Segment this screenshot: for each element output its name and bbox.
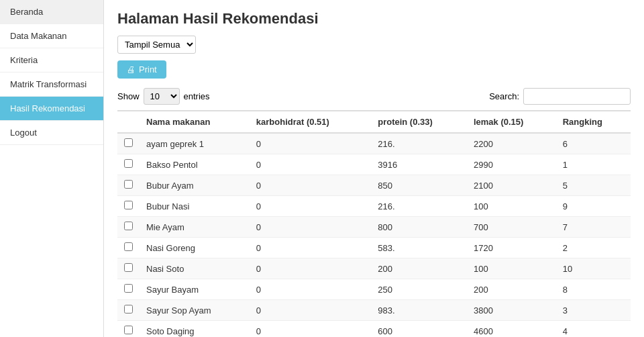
cell-karbohidrat: 0 bbox=[250, 154, 371, 175]
cell-protein: 250 bbox=[371, 279, 467, 300]
page-title: Halaman Hasil Rekomendasi bbox=[117, 10, 631, 28]
show-label: Show bbox=[117, 91, 140, 101]
results-table: Nama makanan karbohidrat (0.51) protein … bbox=[117, 110, 631, 337]
header-row: Nama makanan karbohidrat (0.51) protein … bbox=[117, 111, 631, 133]
cell-protein: 216. bbox=[371, 196, 467, 217]
row-checkbox-cell bbox=[117, 321, 140, 338]
row-checkbox[interactable] bbox=[124, 284, 133, 293]
entries-select[interactable]: 102550100 bbox=[144, 88, 180, 105]
search-box: Search: bbox=[489, 88, 631, 105]
print-label: Print bbox=[139, 64, 157, 75]
sidebar-item-beranda[interactable]: Beranda bbox=[0, 0, 103, 24]
sidebar: BerandaData MakananKriteriaMatrik Transf… bbox=[0, 0, 104, 337]
sidebar-item-logout[interactable]: Logout bbox=[0, 121, 103, 145]
cell-nama: Bubur Nasi bbox=[140, 196, 250, 217]
table-controls: Show 102550100 entries Search: bbox=[117, 88, 631, 105]
cell-lemak: 100 bbox=[467, 258, 556, 279]
row-checkbox-cell bbox=[117, 258, 140, 279]
row-checkbox[interactable] bbox=[124, 222, 133, 230]
row-checkbox[interactable] bbox=[124, 201, 133, 209]
row-checkbox[interactable] bbox=[124, 305, 133, 314]
sidebar-item-kriteria[interactable]: Kriteria bbox=[0, 48, 103, 73]
table-row: Nasi Soto020010010 bbox=[117, 258, 631, 279]
search-label: Search: bbox=[489, 91, 519, 101]
table-row: Nasi Goreng0583.17202 bbox=[117, 238, 631, 258]
cell-protein: 983. bbox=[371, 300, 467, 321]
sidebar-item-data-makanan[interactable]: Data Makanan bbox=[0, 24, 103, 48]
cell-lemak: 3800 bbox=[467, 300, 556, 321]
col-header-lemak: lemak (0.15) bbox=[467, 111, 556, 133]
cell-nama: Nasi Goreng bbox=[140, 238, 250, 258]
cell-rangking: 2 bbox=[556, 238, 631, 258]
row-checkbox[interactable] bbox=[124, 180, 133, 189]
row-checkbox[interactable] bbox=[124, 326, 133, 334]
row-checkbox-cell bbox=[117, 196, 140, 217]
cell-protein: 600 bbox=[371, 321, 467, 338]
print-button[interactable]: 🖨 Print bbox=[117, 60, 166, 79]
cell-rangking: 10 bbox=[556, 258, 631, 279]
cell-lemak: 2100 bbox=[467, 175, 556, 196]
col-header-protein: protein (0.33) bbox=[371, 111, 467, 133]
cell-protein: 200 bbox=[371, 258, 467, 279]
cell-lemak: 1720 bbox=[467, 238, 556, 258]
cell-protein: 850 bbox=[371, 175, 467, 196]
cell-karbohidrat: 0 bbox=[250, 321, 371, 338]
cell-karbohidrat: 0 bbox=[250, 300, 371, 321]
cell-protein: 3916 bbox=[371, 154, 467, 175]
col-header-nama: Nama makanan bbox=[140, 111, 250, 133]
cell-rangking: 6 bbox=[556, 133, 631, 154]
cell-nama: ayam geprek 1 bbox=[140, 133, 250, 154]
row-checkbox[interactable] bbox=[124, 263, 133, 272]
cell-karbohidrat: 0 bbox=[250, 175, 371, 196]
table-row: Soto Daging060046004 bbox=[117, 321, 631, 338]
row-checkbox-cell bbox=[117, 133, 140, 154]
filter-select[interactable]: Tampil Semua bbox=[117, 36, 196, 54]
search-input[interactable] bbox=[523, 88, 631, 105]
table-body: ayam geprek 10216.22006Bakso Pentol03916… bbox=[117, 133, 631, 337]
row-checkbox-cell bbox=[117, 175, 140, 196]
row-checkbox-cell bbox=[117, 217, 140, 238]
row-checkbox[interactable] bbox=[124, 159, 133, 168]
cell-nama: Nasi Soto bbox=[140, 258, 250, 279]
cell-protein: 216. bbox=[371, 133, 467, 154]
table-row: Mie Ayam08007007 bbox=[117, 217, 631, 238]
cell-rangking: 4 bbox=[556, 321, 631, 338]
cell-nama: Sayur Bayam bbox=[140, 279, 250, 300]
cell-karbohidrat: 0 bbox=[250, 258, 371, 279]
show-entries: Show 102550100 entries bbox=[117, 88, 210, 105]
main-content: Halaman Hasil Rekomendasi Tampil Semua 🖨… bbox=[104, 0, 644, 337]
filter-row: Tampil Semua bbox=[117, 36, 631, 54]
cell-karbohidrat: 0 bbox=[250, 279, 371, 300]
row-checkbox[interactable] bbox=[124, 138, 133, 147]
cell-rangking: 8 bbox=[556, 279, 631, 300]
table-row: ayam geprek 10216.22006 bbox=[117, 133, 631, 154]
cell-nama: Bubur Ayam bbox=[140, 175, 250, 196]
cell-karbohidrat: 0 bbox=[250, 238, 371, 258]
printer-icon: 🖨 bbox=[127, 64, 136, 75]
cell-lemak: 700 bbox=[467, 217, 556, 238]
cell-nama: Sayur Sop Ayam bbox=[140, 300, 250, 321]
table-row: Bubur Nasi0216.1009 bbox=[117, 196, 631, 217]
sidebar-item-matrik-transformasi[interactable]: Matrik Transformasi bbox=[0, 73, 103, 97]
cell-lemak: 2990 bbox=[467, 154, 556, 175]
col-header-rangking: Rangking bbox=[556, 111, 631, 133]
row-checkbox[interactable] bbox=[124, 242, 133, 251]
table-row: Bakso Pentol0391629901 bbox=[117, 154, 631, 175]
cell-rangking: 5 bbox=[556, 175, 631, 196]
cell-karbohidrat: 0 bbox=[250, 133, 371, 154]
row-checkbox-cell bbox=[117, 279, 140, 300]
cell-protein: 583. bbox=[371, 238, 467, 258]
cell-rangking: 1 bbox=[556, 154, 631, 175]
cell-lemak: 2200 bbox=[467, 133, 556, 154]
cell-rangking: 3 bbox=[556, 300, 631, 321]
cell-nama: Bakso Pentol bbox=[140, 154, 250, 175]
cell-protein: 800 bbox=[371, 217, 467, 238]
row-checkbox-cell bbox=[117, 300, 140, 321]
cell-nama: Soto Daging bbox=[140, 321, 250, 338]
table-row: Sayur Bayam02502008 bbox=[117, 279, 631, 300]
entries-label: entries bbox=[184, 91, 210, 101]
cell-karbohidrat: 0 bbox=[250, 196, 371, 217]
cell-lemak: 200 bbox=[467, 279, 556, 300]
cell-lemak: 100 bbox=[467, 196, 556, 217]
sidebar-item-hasil-rekomendasi[interactable]: Hasil Rekomendasi bbox=[0, 97, 103, 121]
